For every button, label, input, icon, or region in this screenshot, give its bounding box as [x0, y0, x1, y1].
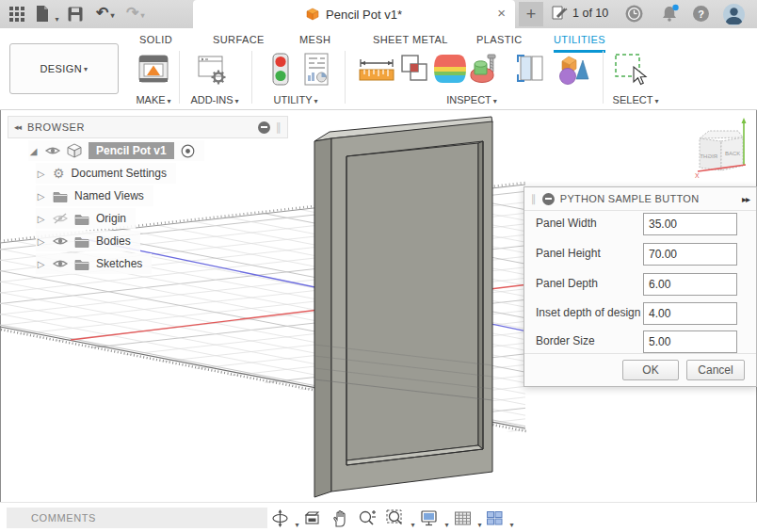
browser-item-label: Bodies: [96, 234, 131, 248]
close-tab-icon[interactable]: ×: [497, 5, 506, 22]
utility-traffic-light-icon[interactable]: [267, 53, 294, 90]
browser-item-label: Origin: [96, 212, 126, 225]
collapsed-triangle-icon[interactable]: ▷: [36, 259, 46, 269]
grid-settings-icon[interactable]: [454, 509, 481, 531]
folder-icon: [74, 258, 89, 270]
inspect-group-label[interactable]: INSPECT: [441, 94, 503, 105]
utility-report-icon[interactable]: [301, 53, 331, 90]
component-cube-icon: [67, 143, 82, 158]
border-size-input[interactable]: [643, 330, 737, 353]
visibility-eye-icon[interactable]: [53, 235, 68, 247]
collapsed-triangle-icon[interactable]: ▷: [36, 236, 46, 247]
browser-header[interactable]: ◂◂ BROWSER ∥: [8, 116, 288, 138]
dialog-header[interactable]: ∥ PYTHON SAMPLE BUTTON ▸▸: [524, 187, 756, 211]
tab-solid[interactable]: SOLID: [139, 34, 172, 50]
interference-icon[interactable]: [399, 53, 429, 89]
document-tab[interactable]: Pencil Pot v1* ×: [193, 0, 515, 28]
panel-depth-input[interactable]: [643, 273, 737, 296]
browser-item-named-views[interactable]: ▷ Named Views: [36, 185, 153, 206]
field-label-inset-depth: Inset depth of design: [536, 306, 640, 319]
collapsed-triangle-icon[interactable]: ▷: [36, 169, 46, 179]
ribbon: SOLID SURFACE MESH SHEET METAL PLASTIC U…: [0, 28, 757, 110]
curvature-analysis-icon[interactable]: [433, 53, 467, 89]
add-ins-icon[interactable]: [196, 53, 228, 90]
inset-depth-input[interactable]: [643, 302, 737, 325]
dialog-collapse-icon[interactable]: [542, 193, 555, 205]
collapsed-triangle-icon[interactable]: ▷: [36, 191, 46, 202]
browser-panel: ◂◂ BROWSER ∥ ◢ Pencil Pot v1 ▷ ⚙ Documen…: [8, 116, 288, 274]
help-icon[interactable]: ?: [693, 6, 709, 22]
browser-item-sketches[interactable]: ▷ Sketches: [36, 253, 152, 274]
collapse-all-icon[interactable]: [258, 121, 270, 134]
app-launcher-icon[interactable]: [9, 7, 24, 25]
panel-left-face: [314, 138, 331, 497]
panel-width-input[interactable]: [643, 213, 737, 235]
display-components-icon[interactable]: [554, 53, 589, 90]
tab-mesh[interactable]: MESH: [299, 34, 330, 50]
utility-group-label[interactable]: UTILITY: [266, 94, 326, 105]
tab-sheet-metal[interactable]: SHEET METAL: [373, 34, 448, 50]
gear-icon: ⚙: [53, 167, 65, 180]
job-status-icon[interactable]: [625, 5, 643, 26]
browser-item-origin[interactable]: ▷ Origin: [36, 208, 136, 229]
pan-icon[interactable]: [331, 509, 349, 531]
workspace-selector-button[interactable]: DESIGN: [9, 43, 119, 94]
measure-icon[interactable]: [358, 58, 395, 87]
cancel-button[interactable]: Cancel: [686, 360, 745, 380]
tab-utilities[interactable]: UTILITIES: [554, 34, 605, 53]
dialog-expand-icon[interactable]: ▸▸: [742, 194, 749, 204]
version-badge[interactable]: 1 of 10: [552, 5, 608, 21]
look-at-icon[interactable]: [303, 509, 321, 531]
python-sample-button-dialog: ∥ PYTHON SAMPLE BUTTON ▸▸ Panel Width Pa…: [523, 186, 757, 387]
expand-triangle-icon[interactable]: ◢: [28, 146, 39, 156]
tab-surface[interactable]: SURFACE: [213, 34, 265, 50]
field-label-panel-depth: Panel Depth: [536, 277, 598, 290]
redo-icon[interactable]: ↷: [126, 4, 144, 22]
section-analysis-icon[interactable]: [512, 53, 548, 89]
draft-analysis-icon[interactable]: [468, 53, 500, 90]
zoom-window-icon[interactable]: [386, 509, 414, 531]
visibility-off-eye-icon[interactable]: [53, 213, 68, 224]
panel-height-input[interactable]: [643, 243, 737, 266]
panel-body-model[interactable]: [314, 117, 492, 497]
viewports-icon[interactable]: [486, 509, 513, 531]
notifications-bell-icon[interactable]: [661, 4, 680, 27]
avatar[interactable]: [723, 4, 745, 25]
status-bar: COMMENTS: [0, 502, 757, 532]
folder-icon: [74, 235, 89, 248]
version-label: 1 of 10: [572, 7, 608, 20]
display-settings-icon[interactable]: [420, 509, 448, 531]
make-group-label[interactable]: MAKE: [126, 94, 181, 105]
undo-icon[interactable]: ↶: [96, 4, 114, 22]
activate-component-icon[interactable]: [181, 144, 195, 158]
collapsed-triangle-icon[interactable]: ▷: [36, 214, 46, 224]
panel-recess-right-wall: [478, 141, 483, 449]
comments-bar[interactable]: COMMENTS: [7, 508, 267, 528]
new-tab-button[interactable]: +: [519, 2, 543, 26]
browser-item-root[interactable]: ◢ Pencil Pot v1: [28, 140, 204, 161]
visibility-eye-icon[interactable]: [53, 258, 68, 269]
file-menu-icon[interactable]: [36, 6, 58, 25]
browser-title: BROWSER: [27, 121, 85, 133]
viewcube-face-back: BACK: [725, 151, 740, 156]
field-label-border-size: Border Size: [536, 334, 595, 347]
ok-button[interactable]: OK: [622, 360, 679, 380]
version-pencil-icon: [552, 5, 568, 21]
dialog-grip-icon[interactable]: ∥: [531, 193, 537, 205]
make-icon[interactable]: [137, 53, 169, 90]
add-ins-group-label[interactable]: ADD-INS: [185, 94, 245, 105]
panel-resize-grip[interactable]: ∥: [275, 121, 282, 134]
orbit-icon[interactable]: [271, 509, 298, 531]
visibility-eye-icon[interactable]: [45, 145, 60, 156]
root-component-label[interactable]: Pencil Pot v1: [89, 142, 174, 159]
save-icon[interactable]: [68, 7, 83, 25]
browser-item-bodies[interactable]: ▷ Bodies: [36, 231, 140, 251]
collapse-panel-icon[interactable]: ◂◂: [14, 122, 21, 132]
select-group-label[interactable]: SELECT: [606, 94, 665, 105]
view-cube[interactable]: RIGHT BACK X: [693, 117, 751, 183]
dialog-title: PYTHON SAMPLE BUTTON: [560, 193, 700, 204]
tab-plastic[interactable]: PLASTIC: [476, 34, 523, 50]
notification-dot: [672, 5, 678, 10]
zoom-icon[interactable]: [358, 509, 377, 531]
browser-item-document-settings[interactable]: ▷ ⚙ Document Settings: [36, 163, 176, 184]
